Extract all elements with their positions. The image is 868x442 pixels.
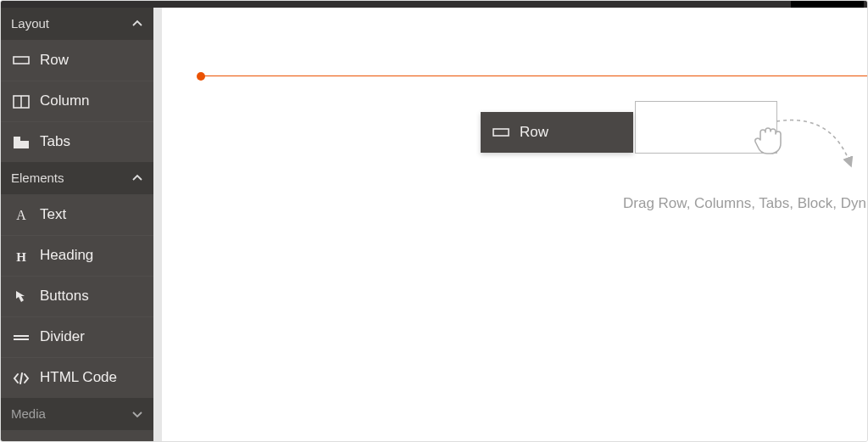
sidebar-item-label: Row [40,51,69,70]
top-bar-right-block [791,1,864,8]
divider-icon [13,329,30,346]
chevron-up-icon [131,172,143,184]
sidebar-item-row[interactable]: Row [1,40,153,81]
sidebar-item-label: Tabs [40,132,70,151]
sidebar-item-heading[interactable]: H Heading [1,235,153,276]
heading-icon: H [13,248,30,265]
sidebar: Layout Row Column Tabs Elements A Text [1,8,153,441]
sidebar-item-label: Heading [40,246,93,265]
sidebar-item-column[interactable]: Column [1,81,153,121]
html-code-icon [13,370,30,387]
sidebar-group-label: Media [11,406,46,422]
drag-direction-arrow-icon [772,104,865,181]
sidebar-group-media-header[interactable]: Media [1,398,153,430]
sidebar-item-divider[interactable]: Divider [1,316,153,357]
sidebar-item-label: Buttons [40,287,89,305]
top-bar [1,1,867,8]
sidebar-item-tabs[interactable]: Tabs [1,121,153,162]
canvas: Row Drag Row, Columns, Tabs, Block, Dyn [153,8,867,441]
tabs-icon [13,134,30,151]
sidebar-item-buttons[interactable]: Buttons [1,276,153,316]
sidebar-item-text[interactable]: A Text [1,194,153,235]
sidebar-item-html-code[interactable]: HTML Code [1,357,153,398]
sidebar-group-label: Elements [11,170,64,187]
drop-guide-line [201,76,867,76]
svg-rect-3 [14,141,29,148]
sidebar-item-label: Text [40,205,66,224]
chevron-down-icon [131,408,143,420]
sidebar-item-label: Divider [40,327,85,346]
drop-guide-dot [197,72,205,81]
text-icon: A [13,206,30,223]
row-icon [13,52,30,69]
svg-text:H: H [16,250,26,264]
dragging-tile-row[interactable]: Row [481,112,633,153]
dragging-tile-label: Row [520,123,548,142]
svg-rect-4 [14,137,20,141]
row-icon [492,124,509,141]
sidebar-item-label: HTML Code [40,368,117,387]
sidebar-group-layout-header[interactable]: Layout [1,8,153,40]
column-icon [13,93,30,110]
svg-line-9 [20,373,22,383]
sidebar-group-elements-header[interactable]: Elements [1,162,153,194]
stage[interactable]: Row Drag Row, Columns, Tabs, Block, Dyn [162,8,867,441]
svg-rect-10 [493,129,509,136]
buttons-icon [13,288,30,305]
sidebar-group-label: Layout [11,15,49,32]
svg-text:A: A [16,208,26,222]
chevron-up-icon [131,18,143,30]
svg-rect-0 [14,57,29,64]
canvas-drop-hint: Drag Row, Columns, Tabs, Block, Dyn [623,194,867,213]
sidebar-item-label: Column [40,92,90,110]
